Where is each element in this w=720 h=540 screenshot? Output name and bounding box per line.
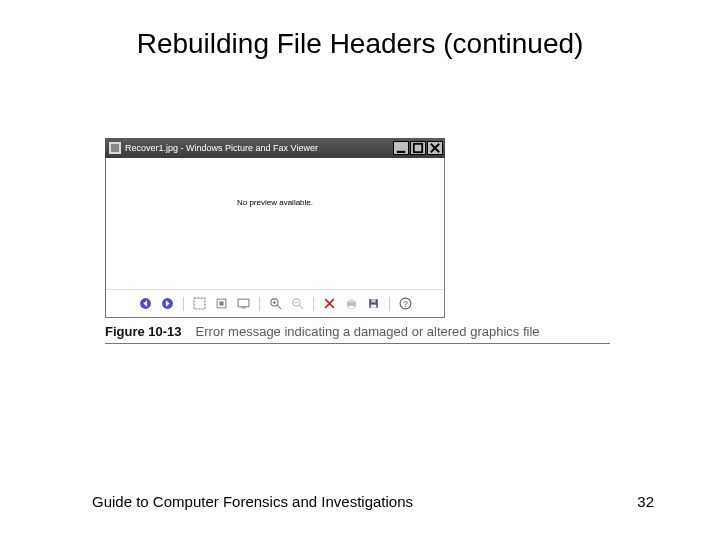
slide: Rebuilding File Headers (continued) Reco…	[0, 0, 720, 540]
footer-page-number: 32	[637, 493, 654, 510]
minimize-button[interactable]	[393, 141, 409, 155]
save-icon[interactable]	[367, 297, 380, 310]
figure-caption: Figure 10-13 Error message indicating a …	[105, 324, 615, 339]
slideshow-icon[interactable]	[237, 297, 250, 310]
footer-book-title: Guide to Computer Forensics and Investig…	[92, 493, 413, 510]
svg-rect-11	[348, 299, 353, 302]
svg-rect-4	[194, 298, 205, 309]
maximize-button[interactable]	[410, 141, 426, 155]
svg-rect-7	[238, 299, 249, 307]
close-button[interactable]	[427, 141, 443, 155]
figure: Recover1.jpg - Windows Picture and Fax V…	[105, 138, 615, 344]
previous-icon[interactable]	[139, 297, 152, 310]
actual-size-icon[interactable]	[215, 297, 228, 310]
app-icon	[109, 142, 121, 154]
fit-window-icon[interactable]	[193, 297, 206, 310]
help-icon[interactable]: ?	[399, 297, 412, 310]
svg-rect-12	[348, 306, 353, 309]
svg-text:?: ?	[403, 299, 408, 309]
window-title-text: Recover1.jpg - Windows Picture and Fax V…	[125, 143, 389, 153]
window-titlebar: Recover1.jpg - Windows Picture and Fax V…	[105, 138, 445, 158]
zoom-out-icon[interactable]	[291, 297, 304, 310]
svg-rect-1	[414, 144, 422, 152]
separator-icon	[259, 297, 260, 311]
svg-rect-15	[370, 305, 375, 308]
slide-title: Rebuilding File Headers (continued)	[0, 28, 720, 60]
figure-caption-text: Error message indicating a damaged or al…	[196, 324, 540, 339]
preview-area: No preview available.	[106, 158, 444, 289]
delete-icon[interactable]	[323, 297, 336, 310]
window-body: No preview available.	[105, 158, 445, 318]
svg-rect-14	[371, 299, 375, 302]
separator-icon	[313, 297, 314, 311]
no-preview-message: No preview available.	[237, 198, 313, 207]
figure-number: Figure 10-13	[105, 324, 182, 339]
viewer-toolbar: ?	[106, 289, 444, 317]
zoom-in-icon[interactable]	[269, 297, 282, 310]
svg-rect-6	[219, 301, 223, 305]
print-icon[interactable]	[345, 297, 358, 310]
separator-icon	[389, 297, 390, 311]
separator-icon	[183, 297, 184, 311]
window-controls	[393, 141, 443, 155]
viewer-window: Recover1.jpg - Windows Picture and Fax V…	[105, 138, 445, 318]
next-icon[interactable]	[161, 297, 174, 310]
caption-divider	[105, 343, 610, 344]
svg-rect-0	[397, 151, 405, 153]
